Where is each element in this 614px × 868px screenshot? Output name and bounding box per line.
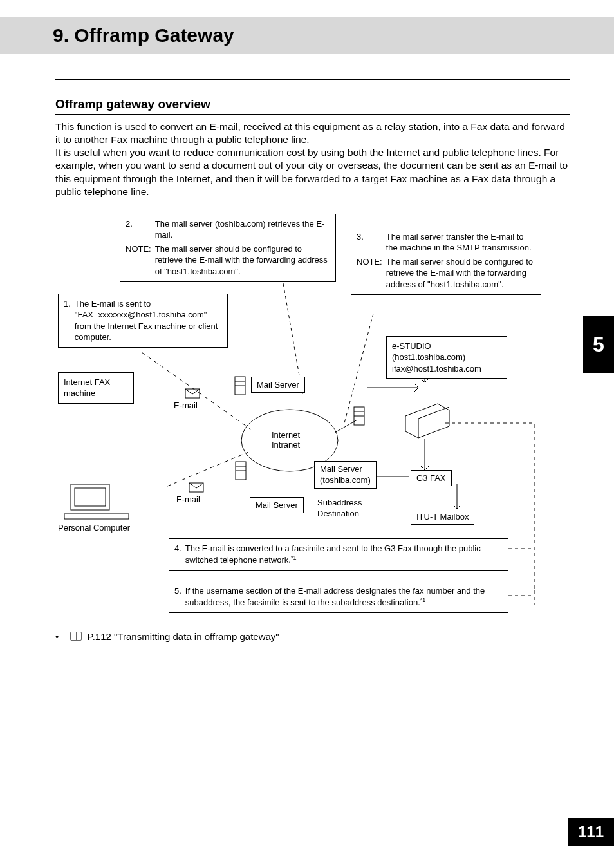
intro-text: This function is used to convert an E-ma… xyxy=(55,120,570,198)
step2-box: 2.The mail server (toshiba.com) retrieve… xyxy=(120,214,336,282)
svg-rect-27 xyxy=(185,389,200,398)
mailserver1-label: Mail Server xyxy=(251,377,305,393)
svg-rect-16 xyxy=(75,488,106,506)
rule-thick xyxy=(55,79,570,80)
svg-line-5 xyxy=(335,420,357,433)
section-heading: Offramp gateway overview xyxy=(55,97,570,111)
book-icon xyxy=(70,632,82,641)
reference-line: • P.112 "Transmitting data in offramp ga… xyxy=(55,631,570,642)
page-title: 9. Offramp Gateway xyxy=(53,24,234,46)
svg-line-9 xyxy=(418,407,449,419)
email1-label: E-mail xyxy=(174,401,198,410)
subaddress-label: Subaddress Destination xyxy=(312,495,367,522)
itu-label: ITU-T Mailbox xyxy=(411,509,474,525)
step5-box: 5.If the username section of the E-mail … xyxy=(169,581,508,613)
svg-line-1 xyxy=(344,314,373,423)
step3-box: 3.The mail server transfer the E-mail to… xyxy=(351,227,541,295)
rule-thin xyxy=(55,114,570,115)
svg-rect-17 xyxy=(64,514,129,519)
svg-line-3 xyxy=(142,352,251,429)
page-number: 111 xyxy=(568,818,614,846)
email2-label: E-mail xyxy=(176,495,200,504)
svg-rect-21 xyxy=(236,462,246,480)
internet-label: Internet Intranet xyxy=(272,430,300,449)
pc-label: Personal Computer xyxy=(58,523,130,533)
svg-rect-15 xyxy=(71,484,109,510)
svg-rect-28 xyxy=(189,483,203,492)
chapter-tab: 5 xyxy=(583,316,614,373)
ifax-label: Internet FAX machine xyxy=(58,372,134,404)
step1-box: 1.The E-mail is sent to "FAX=xxxxxxx@hos… xyxy=(58,294,228,348)
diagram: 2.The mail server (toshiba.com) retrieve… xyxy=(58,214,568,617)
estudio-box: e-STUDIO (host1.toshiba.com) ifax@host1.… xyxy=(386,336,507,379)
mailserver3-label: Mail Server xyxy=(250,497,304,514)
g3-label: G3 FAX xyxy=(411,470,452,487)
step4-box: 4.The E-mail is converted to a facsimile… xyxy=(169,538,508,571)
svg-line-4 xyxy=(167,452,248,486)
svg-rect-24 xyxy=(354,407,364,425)
svg-rect-18 xyxy=(235,377,245,395)
mailserver2-label: Mail Server (toshiba.com) xyxy=(314,461,377,489)
